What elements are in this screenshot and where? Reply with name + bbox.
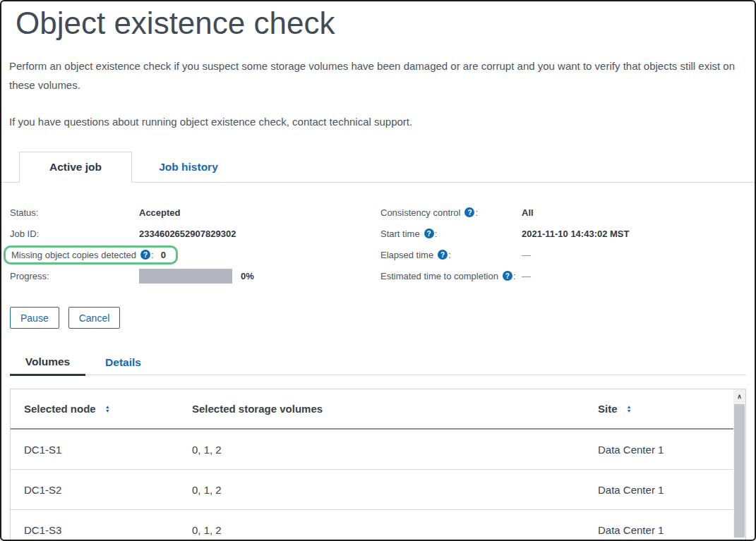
elapsed-time-row: Elapsed time ? : — — [380, 244, 746, 265]
scroll-up-icon[interactable]: ∧ — [733, 389, 745, 403]
status-row: Status: Accepted — [10, 202, 380, 223]
job-actions: Pause Cancel — [10, 307, 746, 329]
colon: : — [151, 250, 154, 260]
pause-button[interactable]: Pause — [10, 307, 59, 329]
sort-down-icon: ▼ — [105, 409, 110, 413]
job-id-value: 2334602652907829302 — [139, 229, 236, 239]
cell-node: DC1-S1 — [24, 444, 192, 456]
help-icon[interactable]: ? — [424, 229, 434, 238]
status-value: Accepted — [139, 207, 181, 218]
cell-site: Data Center 1 — [598, 484, 745, 496]
missing-copies-highlight: Missing object copies detected ? : 0 — [4, 245, 178, 265]
cell-site: Data Center 1 — [598, 524, 745, 536]
cell-site: Data Center 1 — [598, 444, 745, 456]
header-selected-storage-volumes: Selected storage volumes — [192, 403, 598, 415]
missing-copies-value: 0 — [161, 250, 166, 260]
intro-paragraph-2: If you have questions about running obje… — [9, 112, 745, 131]
start-time-label-text: Start time — [380, 229, 420, 239]
help-icon[interactable]: ? — [464, 207, 474, 217]
table-row: DC1-S3 0, 1, 2 Data Center 1 — [11, 510, 745, 541]
estimated-completion-value: — — [522, 271, 531, 281]
help-icon[interactable]: ? — [503, 271, 512, 281]
estimated-completion-label-text: Estimated time to completion — [380, 271, 498, 281]
subtab-volumes[interactable]: Volumes — [10, 350, 85, 376]
elapsed-time-label-text: Elapsed time — [380, 250, 433, 260]
object-existence-check-page: Object existence check Perform an object… — [0, 0, 756, 541]
sort-icon[interactable]: ▲ ▼ — [105, 405, 110, 413]
header-site: Site ▲ ▼ — [598, 403, 745, 415]
consistency-row: Consistency control ? : All — [380, 202, 746, 223]
missing-copies-row: Missing object copies detected ? : 0 — [10, 244, 380, 265]
colon: : — [475, 207, 478, 218]
job-detail-fields: Status: Accepted Job ID: 233460265290782… — [1, 202, 755, 286]
fields-left-column: Status: Accepted Job ID: 233460265290782… — [10, 202, 380, 286]
consistency-value: All — [522, 207, 534, 218]
elapsed-time-value: — — [522, 250, 531, 260]
page-title: Object existence check — [16, 6, 755, 41]
colon: : — [435, 229, 438, 239]
sort-icon[interactable]: ▲ ▼ — [627, 405, 632, 413]
job-id-label: Job ID: — [10, 229, 139, 239]
scrollbar-thumb[interactable] — [734, 404, 745, 537]
progress-bar — [139, 269, 232, 284]
detail-subtabs: Volumes Details — [10, 350, 746, 375]
elapsed-time-label: Elapsed time ? : — [380, 250, 522, 260]
help-icon[interactable]: ? — [140, 250, 150, 260]
header-selected-node: Selected node ▲ ▼ — [24, 403, 192, 415]
start-time-row: Start time ? : 2021-11-10 14:43:02 MST — [380, 223, 746, 244]
cell-volumes: 0, 1, 2 — [192, 484, 598, 496]
cell-node: DC1-S2 — [24, 484, 192, 496]
table-scrollbar[interactable]: ∧ — [733, 389, 745, 541]
progress-percent: 0% — [241, 271, 254, 281]
cell-node: DC1-S3 — [24, 524, 192, 536]
header-site-label: Site — [598, 403, 618, 415]
estimated-completion-label: Estimated time to completion ? : — [380, 271, 522, 281]
progress-label: Progress: — [10, 271, 139, 281]
start-time-label: Start time ? : — [380, 229, 522, 239]
estimated-completion-row: Estimated time to completion ? : — — [380, 265, 746, 286]
table-row: DC1-S2 0, 1, 2 Data Center 1 — [11, 470, 745, 510]
progress-row: Progress: 0% — [10, 265, 380, 286]
cell-volumes: 0, 1, 2 — [192, 524, 598, 536]
volumes-table: Selected node ▲ ▼ Selected storage volum… — [10, 389, 746, 541]
colon: : — [513, 271, 516, 281]
job-tabbar: Active job Job history — [1, 152, 755, 183]
colon: : — [448, 250, 451, 260]
consistency-label: Consistency control ? : — [380, 207, 522, 218]
header-selected-storage-volumes-label: Selected storage volumes — [192, 403, 323, 415]
header-selected-node-label: Selected node — [24, 403, 96, 415]
consistency-label-text: Consistency control — [380, 207, 460, 218]
table-row: DC1-S1 0, 1, 2 Data Center 1 — [11, 430, 745, 470]
intro-paragraph-1: Perform an object existence check if you… — [9, 56, 745, 95]
start-time-value: 2021-11-10 14:43:02 MST — [522, 229, 629, 239]
sort-down-icon: ▼ — [627, 409, 632, 413]
help-icon[interactable]: ? — [438, 250, 448, 260]
missing-copies-label: Missing object copies detected — [11, 250, 136, 260]
volumes-table-header: Selected node ▲ ▼ Selected storage volum… — [11, 389, 745, 430]
cell-volumes: 0, 1, 2 — [192, 444, 598, 456]
tab-job-history[interactable]: Job history — [132, 152, 245, 182]
cancel-button[interactable]: Cancel — [68, 307, 121, 329]
fields-right-column: Consistency control ? : All Start time ?… — [380, 202, 746, 286]
tab-active-job[interactable]: Active job — [19, 152, 132, 183]
subtab-details[interactable]: Details — [85, 350, 161, 375]
status-label: Status: — [10, 207, 139, 218]
job-id-row: Job ID: 2334602652907829302 — [10, 223, 380, 244]
